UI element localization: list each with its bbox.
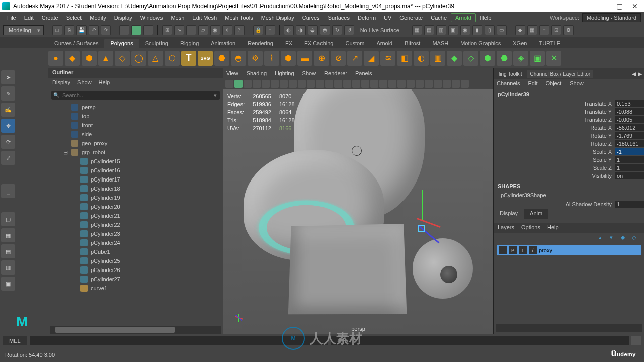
layers-menu-help[interactable]: Help [547, 224, 559, 232]
lightlink-button[interactable]: ↺ [344, 25, 354, 35]
shelf-tab-xgen[interactable]: XGen [507, 39, 533, 48]
ipr-button[interactable]: ◑ [296, 25, 306, 35]
poly-combine-icon[interactable]: ⊕ [314, 51, 329, 66]
poly-plane-icon[interactable]: ◇ [115, 51, 130, 66]
menu-deform[interactable]: Deform [354, 14, 380, 22]
toggle-toolbox-button[interactable]: ⊡ [551, 25, 561, 35]
last-tool[interactable]: ⎯ [1, 184, 15, 198]
menu-edit[interactable]: Edit [20, 14, 38, 22]
attr-value-input[interactable]: 1 [615, 156, 644, 163]
poly-cone-icon[interactable]: ▲ [98, 51, 113, 66]
vp-b23-button[interactable] [425, 80, 433, 88]
vp-b16-button[interactable] [361, 80, 369, 88]
vp-b18-button[interactable] [379, 80, 387, 88]
gizmo-y-axis[interactable] [422, 190, 423, 220]
vp-motion-button[interactable] [325, 80, 333, 88]
menu-cache[interactable]: Cache [427, 14, 451, 22]
outliner-item[interactable]: ⊟grp_robot [48, 148, 223, 157]
menu-uv[interactable]: UV [380, 14, 395, 22]
workspace-selector[interactable]: Modeling - Standard [582, 13, 641, 22]
poly-boolean2-icon[interactable]: ◇ [463, 51, 478, 66]
redo-button[interactable]: ↷ [101, 25, 111, 35]
poly-platonic-icon[interactable]: ⬣ [214, 51, 229, 66]
outliner-search-input[interactable]: Search... [51, 90, 220, 100]
shelf-tab-bifrost[interactable]: Bifrost [398, 39, 426, 48]
undo-button[interactable]: ↶ [89, 25, 99, 35]
viewport-menu-renderer[interactable]: Renderer [324, 70, 347, 76]
vp-b19-button[interactable] [388, 80, 396, 88]
menu-meshdisplay[interactable]: Mesh Display [257, 14, 298, 22]
layer-moveup-icon[interactable]: ▴ [599, 234, 607, 242]
outliner-tree[interactable]: persptopfrontsidegeo_proxy⊟grp_robotpCyl… [48, 102, 223, 326]
layer-row-proxy[interactable]: P T / proxy [497, 245, 641, 255]
outliner-item[interactable]: pCylinder24 [48, 238, 223, 247]
attr-value-input[interactable]: -1.769 [615, 132, 644, 139]
panel-layout-4-button[interactable]: ▣ [448, 25, 458, 35]
layers-menu-options[interactable]: Options [521, 224, 540, 232]
live-surface-label[interactable]: No Live Surface [356, 26, 404, 35]
snap-surface-button[interactable]: ◉ [210, 25, 220, 35]
attr-value-input[interactable]: -180.161 [615, 140, 644, 147]
attr-value-input[interactable]: 1 [615, 201, 644, 208]
shelf-tab-turtle[interactable]: TURTLE [533, 39, 567, 48]
layers-tab-display[interactable]: Display [494, 209, 524, 219]
vp-b26-button[interactable] [452, 80, 460, 88]
vp-shaded-button[interactable] [262, 80, 270, 88]
vp-b15-button[interactable] [352, 80, 360, 88]
outliner-item[interactable]: pCylinder19 [48, 193, 223, 202]
shelf-tab-curves[interactable]: Curves / Surfaces [48, 39, 104, 48]
outliner-item[interactable]: pCylinder26 [48, 265, 223, 275]
poly-superellipse-icon[interactable]: ◓ [231, 51, 246, 66]
attr-value-input[interactable]: -1 [615, 148, 644, 155]
poly-helix-icon[interactable]: ⌇ [264, 51, 279, 66]
menu-editmesh[interactable]: Edit Mesh [188, 14, 221, 22]
menu-display[interactable]: Display [110, 14, 136, 22]
hypershade-button[interactable]: ↻ [332, 25, 342, 35]
menu-windows[interactable]: Windows [136, 14, 167, 22]
panel-layout-5-button[interactable]: ◉ [460, 25, 470, 35]
shelf-tab-polygons[interactable]: Polygons [104, 39, 139, 48]
poly-torus-icon[interactable]: ◯ [131, 51, 146, 66]
layer-template-toggle[interactable]: T [519, 246, 527, 254]
select-object-button[interactable] [131, 25, 141, 35]
render-globals-button[interactable]: ◓ [320, 25, 330, 35]
outliner-item[interactable]: pCylinder23 [48, 229, 223, 238]
viewport-menu-lighting[interactable]: Lighting [275, 70, 294, 76]
poly-bridge-icon[interactable]: ≋ [380, 51, 395, 66]
lasso-tool[interactable]: ✎ [1, 86, 15, 101]
poly-svg-icon[interactable]: SVG [198, 51, 213, 66]
right-panel-scrollbar[interactable] [496, 324, 642, 332]
outliner-item[interactable]: pCylinder25 [48, 256, 223, 265]
snap-point-button[interactable]: ⋅ [186, 25, 196, 35]
menu-meshtools[interactable]: Mesh Tools [221, 14, 257, 22]
shelf-tab-animation[interactable]: Animation [205, 39, 242, 48]
layout-outliner[interactable]: ▣ [1, 277, 15, 291]
layer-color-swatch[interactable]: / [529, 246, 537, 254]
poly-boolean5-icon[interactable]: ◈ [513, 51, 528, 66]
vp-b17-button[interactable] [370, 80, 378, 88]
menu-help[interactable]: Help [476, 14, 496, 22]
attr-value-input[interactable]: on [615, 172, 644, 179]
snap-toggle-button[interactable]: ? [234, 25, 245, 35]
vp-xray-button[interactable] [307, 80, 315, 88]
tab-nav-left[interactable]: ◀ [632, 71, 636, 77]
vp-b25-button[interactable] [443, 80, 451, 88]
viewport-menu-shading[interactable]: Shading [247, 70, 267, 76]
poly-bevel-icon[interactable]: ◢ [364, 51, 379, 66]
vp-isolate-button[interactable] [298, 80, 306, 88]
select-component-button[interactable] [143, 25, 153, 35]
cb-menu-show[interactable]: Show [570, 80, 584, 88]
snap-curve-button[interactable]: ∿ [174, 25, 184, 35]
new-scene-button[interactable]: □ [52, 25, 62, 35]
menu-curves[interactable]: Curves [298, 14, 324, 22]
scale-tool[interactable]: ⤢ [1, 151, 15, 165]
open-scene-button[interactable]: ⎘ [64, 25, 74, 35]
script-language-toggle[interactable]: MEL [3, 336, 27, 345]
layer-new-empty-icon[interactable]: ◆ [621, 234, 629, 242]
vp-b22-button[interactable] [416, 80, 424, 88]
toggle-attr-button[interactable]: ⚙ [564, 25, 574, 35]
shelf-tab-custom[interactable]: Custom [340, 39, 371, 48]
panel-layout-2-button[interactable]: ▤ [424, 25, 434, 35]
poly-prism-icon[interactable]: ▬ [297, 51, 312, 66]
outliner-item[interactable]: pCylinder20 [48, 202, 223, 211]
